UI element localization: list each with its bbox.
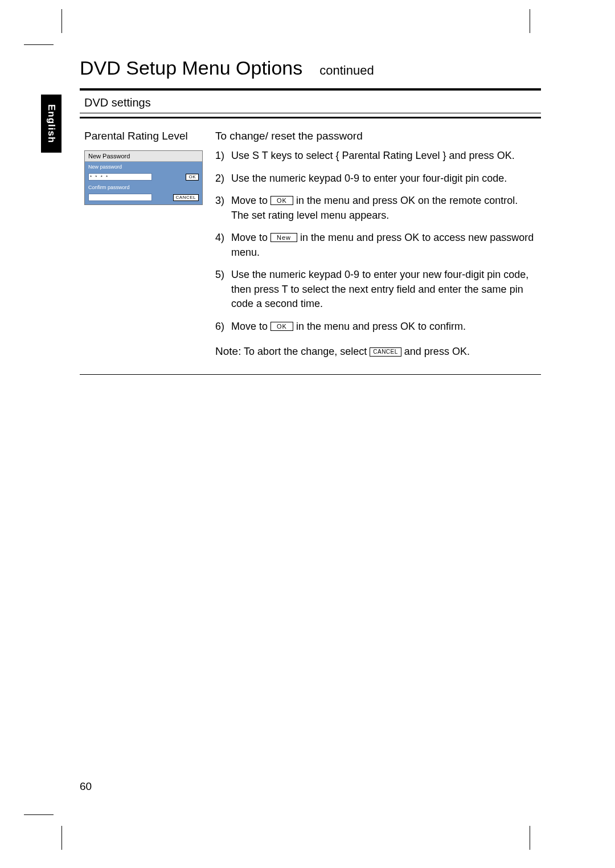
left-column: Parental Rating Level New Password New p… bbox=[84, 129, 204, 359]
steps-list: Use S T keys to select { Parental Rating… bbox=[215, 149, 536, 334]
crop-mark bbox=[24, 44, 54, 46]
crop-mark bbox=[62, 826, 63, 850]
note-label: Note: bbox=[215, 345, 241, 357]
step-5: Use the numeric keypad 0-9 to enter your… bbox=[215, 268, 536, 312]
page-number: 60 bbox=[80, 780, 92, 793]
text: to enter your four-digit pin code. bbox=[359, 173, 507, 184]
instructions-heading: To change/ reset the password bbox=[215, 129, 536, 144]
text: . bbox=[512, 150, 515, 161]
mini-field-new: * * * * bbox=[88, 173, 152, 181]
divider bbox=[80, 88, 541, 91]
cancel-inline-button: CANCEL bbox=[370, 347, 401, 357]
ok-text: OK bbox=[452, 346, 467, 357]
mini-cancel-button: CANCEL bbox=[173, 194, 199, 201]
step-3: Move to OK in the menu and press OK on t… bbox=[215, 194, 536, 223]
text: Use bbox=[231, 150, 252, 161]
setting-name: Parental Rating Level bbox=[84, 129, 204, 144]
ok-text: OK bbox=[404, 232, 419, 243]
page-title: DVD Setup Menu Options bbox=[80, 57, 302, 79]
text: To abort the change, select bbox=[241, 346, 370, 357]
step-4: Move to New in the menu and press OK to … bbox=[215, 231, 536, 260]
keypad-text: numeric keypad 0-9 bbox=[269, 173, 359, 184]
key-st: S T bbox=[252, 150, 268, 161]
ok-text: OK bbox=[497, 150, 512, 161]
text: } and press bbox=[440, 150, 497, 161]
crop-mark bbox=[62, 9, 63, 33]
mini-label-new: New password bbox=[88, 164, 199, 170]
divider-double bbox=[80, 113, 541, 118]
note-line: Note: To abort the change, select CANCEL… bbox=[215, 344, 536, 359]
text: Use the bbox=[231, 269, 269, 280]
text: Move to bbox=[231, 232, 270, 243]
mini-label-confirm: Confirm password bbox=[88, 185, 199, 190]
step-6: Move to OK in the menu and press OK to c… bbox=[215, 320, 536, 334]
step-1: Use S T keys to select { Parental Rating… bbox=[215, 149, 536, 163]
ok-inline-button: OK bbox=[270, 196, 293, 205]
keypad-text: numeric keypad 0-9 bbox=[269, 269, 359, 280]
ok-text: OK bbox=[400, 321, 415, 332]
page-content: DVD Setup Menu Options continued DVD set… bbox=[80, 57, 541, 375]
section-header: DVD settings bbox=[80, 94, 541, 113]
text: to confirm. bbox=[415, 321, 466, 332]
page-title-row: DVD Setup Menu Options continued bbox=[80, 57, 541, 79]
step-2: Use the numeric keypad 0-9 to enter your… bbox=[215, 171, 536, 186]
text: in the menu and press bbox=[293, 321, 400, 332]
crop-mark bbox=[24, 814, 54, 816]
text: and press bbox=[401, 346, 452, 357]
new-inline-button: New bbox=[270, 233, 297, 242]
content-row: Parental Rating Level New Password New p… bbox=[80, 124, 541, 375]
text: Use the bbox=[231, 173, 269, 184]
ok-inline-button: OK bbox=[270, 322, 293, 331]
text: Move to bbox=[231, 195, 270, 206]
language-tab: English bbox=[41, 95, 62, 153]
text: in the menu and press bbox=[297, 232, 404, 243]
text: . bbox=[467, 346, 470, 357]
mini-ok-button: OK bbox=[186, 174, 199, 181]
mini-dialog: New Password New password * * * * OK Con… bbox=[84, 150, 203, 205]
option-name: Parental Rating Level bbox=[342, 150, 440, 161]
mini-field-confirm bbox=[88, 194, 152, 201]
page-title-suffix: continued bbox=[319, 63, 374, 78]
right-column: To change/ reset the password Use S T ke… bbox=[215, 129, 536, 359]
text: in the menu and press bbox=[293, 195, 400, 206]
text: Move to bbox=[231, 321, 270, 332]
text: keys to select { bbox=[268, 150, 342, 161]
ok-text: OK bbox=[400, 195, 415, 206]
crop-mark bbox=[530, 9, 531, 33]
mini-dialog-title: New Password bbox=[85, 151, 202, 162]
crop-mark bbox=[530, 826, 531, 850]
key-t: T bbox=[282, 284, 288, 295]
